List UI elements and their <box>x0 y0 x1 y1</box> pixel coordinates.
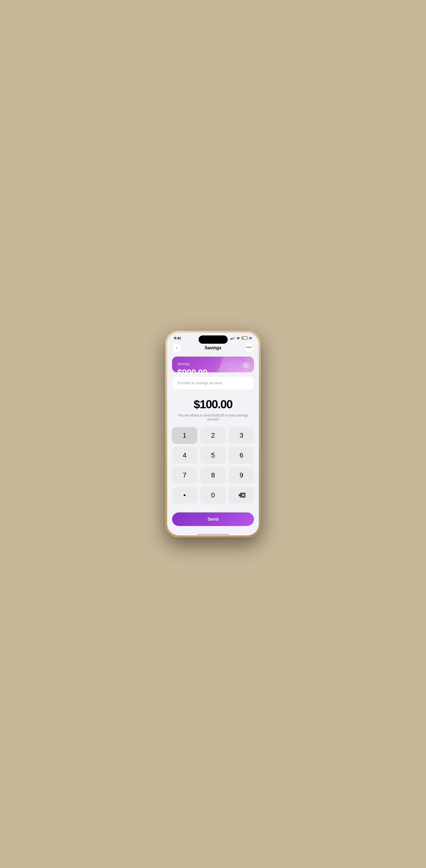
key-2[interactable]: 2 <box>200 427 226 444</box>
transfer-field-placeholder: Transfer to savings account <box>177 381 222 385</box>
dynamic-island <box>199 336 228 344</box>
keypad-row-4: • 0 <box>171 487 255 504</box>
status-time: 9:41 <box>174 336 181 340</box>
amount-display: $100.00 <box>167 395 259 412</box>
keypad-row-3: 7 8 9 <box>171 467 255 484</box>
back-button[interactable]: ‹ <box>172 343 182 353</box>
more-dots-icon: ••• <box>247 345 252 349</box>
back-chevron-icon: ‹ <box>176 346 177 350</box>
keypad-row-1: 1 2 3 <box>171 427 255 444</box>
send-button-container: Send <box>167 510 259 533</box>
home-indicator <box>167 533 259 535</box>
key-6[interactable]: 6 <box>229 447 254 464</box>
savings-card: Savings $900.00 <box>172 356 254 372</box>
home-bar <box>197 534 229 535</box>
svg-point-2 <box>246 365 247 366</box>
page-title: Savings <box>205 345 221 350</box>
visibility-icon[interactable] <box>243 362 250 369</box>
amount-value: $100.00 <box>172 398 254 411</box>
phone-screen: 9:41 32 <box>167 333 259 535</box>
send-button[interactable]: Send <box>172 513 254 526</box>
key-1[interactable]: 1 <box>172 427 197 444</box>
status-icons: 32 <box>230 336 252 340</box>
key-4[interactable]: 4 <box>172 447 197 464</box>
key-5[interactable]: 5 <box>200 447 226 464</box>
keypad-row-2: 4 5 6 <box>171 447 255 464</box>
keypad: 1 2 3 4 5 6 7 8 9 • 0 <box>167 425 259 510</box>
key-8[interactable]: 8 <box>200 467 226 484</box>
key-7[interactable]: 7 <box>172 467 197 484</box>
key-0[interactable]: 0 <box>200 487 226 504</box>
key-decimal[interactable]: • <box>172 487 197 504</box>
phone-frame: 9:41 32 <box>165 331 261 537</box>
key-9[interactable]: 9 <box>229 467 254 484</box>
amount-description: You are about to send $100.00 to your sa… <box>167 412 259 425</box>
more-button[interactable]: ••• <box>244 343 254 353</box>
signal-icon <box>230 337 235 340</box>
transfer-field[interactable]: Transfer to savings account <box>172 376 254 390</box>
key-3[interactable]: 3 <box>229 427 254 444</box>
backspace-icon <box>238 492 246 498</box>
key-backspace[interactable] <box>229 487 254 504</box>
battery-icon: 32 <box>242 336 252 340</box>
wifi-icon <box>236 337 240 340</box>
